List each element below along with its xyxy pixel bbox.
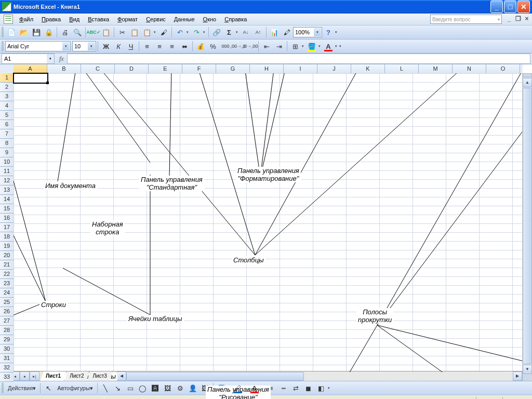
row-header-30[interactable]: 30 bbox=[0, 344, 14, 354]
column-header-G[interactable]: G bbox=[216, 64, 250, 73]
diagram-button[interactable]: ⚙ bbox=[175, 382, 186, 394]
font-size-combo[interactable]: 10▾ bbox=[72, 41, 96, 51]
toolbar-grip[interactable] bbox=[2, 383, 4, 393]
zoom-combo[interactable]: 100%▾ bbox=[293, 27, 322, 37]
font-color-dd[interactable]: ▾ bbox=[260, 382, 264, 394]
vscroll-thumb[interactable] bbox=[523, 88, 532, 364]
row-header-7[interactable]: 7 bbox=[0, 129, 14, 139]
currency-button[interactable]: 💰 bbox=[195, 41, 206, 52]
menu-Формат[interactable]: Формат bbox=[113, 15, 142, 23]
row-header-9[interactable]: 9 bbox=[0, 148, 14, 157]
oval-button[interactable]: ◯ bbox=[137, 382, 149, 394]
row-header-2[interactable]: 2 bbox=[0, 83, 14, 92]
mdi-restore-button[interactable]: ❐ bbox=[514, 16, 522, 23]
row-header-29[interactable]: 29 bbox=[0, 335, 14, 344]
row-header-27[interactable]: 27 bbox=[0, 316, 14, 326]
row-header-23[interactable]: 23 bbox=[0, 279, 14, 288]
column-header-O[interactable]: O bbox=[486, 64, 520, 73]
fill-color-dropdown[interactable]: ▾ bbox=[317, 41, 322, 52]
tab-nav-next[interactable]: ▸ bbox=[20, 371, 30, 381]
new-button[interactable]: 📄 bbox=[6, 26, 17, 38]
rectangle-button[interactable]: ▭ bbox=[125, 382, 136, 394]
help-button[interactable]: ? bbox=[323, 26, 334, 38]
save-button[interactable]: 💾 bbox=[31, 26, 42, 38]
scroll-left-button[interactable]: ◀ bbox=[117, 371, 126, 381]
menu-Вид[interactable]: Вид bbox=[65, 15, 84, 23]
autosum-button[interactable]: Σ bbox=[223, 26, 235, 38]
dash-style-button[interactable]: ┅ bbox=[278, 382, 289, 394]
toolbar-options-button[interactable]: ▾ bbox=[338, 41, 342, 52]
menu-Данные[interactable]: Данные bbox=[170, 15, 199, 23]
wordart-button[interactable]: 🖼 bbox=[162, 382, 174, 394]
scroll-right-button[interactable]: ▶ bbox=[513, 371, 522, 381]
paste-dropdown[interactable]: ▾ bbox=[153, 26, 157, 38]
column-header-M[interactable]: M bbox=[419, 64, 453, 73]
format-painter-button[interactable]: 🖌 bbox=[158, 26, 169, 38]
fx-icon[interactable]: fx bbox=[56, 55, 67, 63]
row-header-22[interactable]: 22 bbox=[0, 270, 14, 279]
hscroll-thumb[interactable] bbox=[126, 372, 304, 381]
row-header-5[interactable]: 5 bbox=[0, 111, 14, 120]
bold-button[interactable]: Ж bbox=[100, 41, 112, 52]
menu-Правка[interactable]: Правка bbox=[37, 15, 65, 23]
line-color-dd[interactable]: ▾ bbox=[244, 382, 248, 394]
row-header-17[interactable]: 17 bbox=[0, 223, 14, 232]
minimize-button[interactable]: _ bbox=[490, 1, 503, 13]
column-header-F[interactable]: F bbox=[182, 64, 216, 73]
row-header-6[interactable]: 6 bbox=[0, 120, 14, 129]
column-header-L[interactable]: L bbox=[385, 64, 419, 73]
row-header-12[interactable]: 12 bbox=[0, 176, 14, 185]
row-header-24[interactable]: 24 bbox=[0, 288, 14, 298]
cut-button[interactable]: ✂ bbox=[116, 26, 128, 38]
column-header-C[interactable]: C bbox=[81, 64, 115, 73]
toolbar-grip[interactable] bbox=[2, 41, 4, 51]
ask-question-box[interactable]: Введите вопрос▾ bbox=[430, 15, 502, 24]
maximize-button[interactable]: □ bbox=[504, 1, 516, 13]
print-preview-button[interactable]: 🔍 bbox=[72, 26, 83, 38]
row-header-11[interactable]: 11 bbox=[0, 167, 14, 176]
menu-Окно[interactable]: Окно bbox=[199, 15, 221, 23]
formula-input[interactable] bbox=[67, 54, 530, 64]
row-header-21[interactable]: 21 bbox=[0, 260, 14, 270]
row-header-8[interactable]: 8 bbox=[0, 139, 14, 148]
row-header-19[interactable]: 19 bbox=[0, 242, 14, 251]
row-header-3[interactable]: 3 bbox=[0, 92, 14, 101]
row-header-14[interactable]: 14 bbox=[0, 195, 14, 204]
research-button[interactable]: 📋 bbox=[100, 26, 112, 38]
column-header-N[interactable]: N bbox=[453, 64, 486, 73]
align-center-button[interactable]: ≡ bbox=[154, 41, 165, 52]
menu-Вставка[interactable]: Вставка bbox=[84, 15, 113, 23]
row-header-1[interactable]: 1 bbox=[0, 73, 14, 83]
column-header-K[interactable]: K bbox=[351, 64, 385, 73]
row-header-33[interactable]: 33 bbox=[0, 373, 14, 382]
scroll-down-button[interactable]: ▼ bbox=[523, 365, 532, 374]
insert-picture-button[interactable]: 🖼 bbox=[200, 382, 211, 394]
row-header-4[interactable]: 4 bbox=[0, 101, 14, 111]
permission-button[interactable]: 🔒 bbox=[43, 26, 55, 38]
redo-button[interactable]: ↷ bbox=[191, 26, 202, 38]
shadow-button[interactable]: ◼ bbox=[303, 382, 314, 394]
comma-style-button[interactable]: 000 bbox=[220, 41, 231, 52]
row-header-31[interactable]: 31 bbox=[0, 354, 14, 363]
increase-decimal-button[interactable]: ,00→,0 bbox=[232, 41, 244, 52]
mdi-minimize-button[interactable]: _ bbox=[506, 16, 513, 23]
row-header-18[interactable]: 18 bbox=[0, 232, 14, 242]
horizontal-scrollbar[interactable]: ◀ ▶ bbox=[117, 371, 522, 381]
line-style-button[interactable]: ≡ bbox=[265, 382, 277, 394]
column-header-J[interactable]: J bbox=[317, 64, 351, 73]
3d-button[interactable]: ◧ bbox=[315, 382, 327, 394]
vsplit-handle[interactable] bbox=[523, 73, 532, 77]
italic-button[interactable]: К bbox=[113, 41, 124, 52]
toolbar-options-button[interactable]: ▾ bbox=[327, 382, 331, 394]
hyperlink-button[interactable]: 🔗 bbox=[211, 26, 222, 38]
underline-button[interactable]: Ч bbox=[125, 41, 137, 52]
undo-dropdown[interactable]: ▾ bbox=[185, 26, 190, 38]
font-name-combo[interactable]: Arial Cyr▾ bbox=[5, 41, 71, 51]
borders-dropdown[interactable]: ▾ bbox=[301, 41, 305, 52]
decrease-indent-button[interactable]: ⇤ bbox=[261, 41, 272, 52]
active-cell[interactable] bbox=[13, 73, 48, 84]
decrease-decimal-button[interactable]: ,0→,00 bbox=[245, 41, 256, 52]
mdi-close-button[interactable]: × bbox=[523, 16, 530, 23]
vertical-scrollbar[interactable]: ▲ ▼ bbox=[522, 73, 532, 371]
print-button[interactable]: 🖨 bbox=[59, 26, 71, 38]
